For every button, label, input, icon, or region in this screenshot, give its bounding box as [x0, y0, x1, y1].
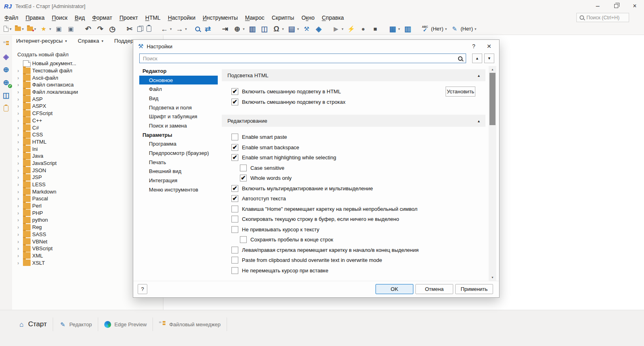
expand-chevron-icon[interactable]: › — [17, 132, 23, 137]
tab-editor[interactable]: ✎ Редактор — [53, 317, 98, 331]
settings-nav-item[interactable]: Меню инструментов — [139, 185, 218, 194]
menu-item[interactable]: HTML — [142, 12, 164, 23]
expand-chevron-icon[interactable]: › — [17, 125, 23, 130]
columns-button[interactable]: ▥ — [402, 24, 413, 34]
print-button[interactable]: ▤ — [286, 24, 300, 34]
scrollbar-thumb[interactable] — [489, 73, 495, 125]
favorites-button[interactable]: ★ — [38, 24, 53, 34]
menu-item[interactable]: Вид — [71, 12, 89, 23]
checkbox[interactable] — [231, 144, 238, 151]
ok-button[interactable]: OK — [376, 284, 413, 294]
checkbox[interactable] — [240, 175, 247, 181]
menu-item[interactable]: Макрос — [242, 12, 268, 23]
highlighter-button[interactable]: ✎ (Нет) — [449, 24, 477, 34]
menu-item[interactable]: Поиск — [48, 12, 71, 23]
expand-chevron-icon[interactable]: › — [17, 89, 23, 95]
undo-button[interactable]: ↶ — [83, 24, 94, 34]
settings-nav-item[interactable]: Основное — [139, 76, 218, 85]
dialog-help-button[interactable]: ? — [466, 40, 481, 52]
scroll-up-icon[interactable] — [489, 66, 496, 73]
expand-chevron-icon[interactable]: › — [17, 111, 23, 116]
expand-chevron-icon[interactable]: › — [17, 82, 23, 87]
spellcheck-button[interactable]: (Нет) — [419, 24, 448, 34]
checkbox[interactable] — [231, 99, 238, 105]
maximize-button[interactable] — [607, 0, 625, 12]
tab-edge-preview[interactable]: Edge Preview — [98, 317, 153, 331]
expand-chevron-icon[interactable]: › — [17, 239, 23, 244]
find-button[interactable] — [194, 24, 201, 34]
menu-item[interactable]: Файл — [1, 12, 22, 23]
expand-chevron-icon[interactable]: › — [17, 253, 23, 258]
checkbox-row[interactable]: Включить смешанную подсветку в строках — [231, 97, 473, 107]
goto-editor-button[interactable]: ⇥ — [219, 24, 231, 34]
checkbox[interactable] — [231, 226, 238, 233]
apply-button[interactable]: Применить — [455, 284, 493, 294]
checkbox[interactable] — [231, 216, 238, 222]
menu-item[interactable]: Проект — [116, 12, 142, 23]
collapse-icon[interactable]: ▴ — [478, 73, 480, 78]
collapse-icon[interactable]: ▴ — [478, 119, 480, 123]
settings-search-box[interactable] — [139, 54, 466, 63]
expand-chevron-icon[interactable]: › — [17, 75, 23, 80]
expand-chevron-icon[interactable]: › — [17, 210, 23, 216]
settings-nav-item[interactable]: Файл — [139, 84, 218, 94]
search-next-button[interactable]: ▼ — [484, 54, 494, 63]
expand-chevron-icon[interactable]: › — [17, 161, 23, 166]
expand-chevron-icon[interactable]: › — [17, 146, 23, 152]
expand-chevron-icon[interactable]: › — [17, 260, 23, 266]
checkbox[interactable] — [231, 154, 238, 161]
settings-nav-item[interactable]: Программа — [139, 140, 218, 149]
checkbox[interactable] — [231, 267, 238, 274]
settings-nav-item[interactable]: Интеграция — [139, 176, 218, 185]
menu-item[interactable]: Окно — [298, 12, 318, 23]
menu-item[interactable]: Настройки — [164, 12, 199, 23]
record-macro-button[interactable]: ● — [357, 24, 369, 34]
special-chars-button[interactable]: Ω — [271, 24, 285, 34]
menu-item[interactable]: Инструменты — [199, 12, 242, 23]
plugins-button[interactable]: ◈ — [313, 24, 324, 34]
quick-run-button[interactable]: ⚡ — [345, 24, 357, 34]
cut-button[interactable]: ✂ — [124, 24, 135, 34]
checkbox-row[interactable]: Не перемещать курсор при вставке — [231, 266, 473, 276]
open-file-button[interactable] — [14, 24, 25, 34]
expand-chevron-icon[interactable]: › — [17, 203, 23, 208]
checkbox-row[interactable]: Paste from clipboard should overwrite te… — [231, 255, 473, 266]
checkbox[interactable] — [240, 236, 247, 243]
expand-chevron-icon[interactable]: › — [17, 196, 23, 201]
web-browser-icon[interactable]: ⊕ — [0, 63, 12, 76]
expand-chevron-icon[interactable]: › — [17, 175, 23, 180]
checkbox-row[interactable]: Enable smart highlighting while selectin… — [231, 152, 473, 163]
checkbox[interactable] — [231, 206, 238, 212]
menu-item[interactable]: Скрипты — [268, 12, 298, 23]
checkbox-row[interactable]: Включить мультиредактирование и мультивы… — [231, 183, 473, 194]
browser-preview-button[interactable]: ◫ — [259, 24, 270, 34]
settings-nav-item[interactable]: Поиск и замена — [139, 121, 218, 130]
redo-button[interactable]: ↷ — [95, 24, 106, 34]
checkbox-row[interactable]: Case sensitive — [240, 163, 473, 173]
checkbox-row[interactable]: Не привязывать курсор к тексту — [231, 224, 473, 235]
expand-chevron-icon[interactable]: › — [17, 246, 23, 251]
close-button[interactable]: × — [625, 0, 644, 12]
expand-chevron-icon[interactable]: › — [17, 224, 23, 230]
menu-item[interactable]: Формат — [89, 12, 116, 23]
search-previous-button[interactable]: ▲ — [472, 54, 482, 63]
tools-button[interactable]: ⚒ — [301, 24, 312, 34]
expand-chevron-icon[interactable]: › — [17, 139, 23, 144]
expand-chevron-icon[interactable]: › — [17, 97, 23, 102]
snippets-icon[interactable]: ◈ — [0, 50, 12, 63]
open-favorite-button[interactable] — [26, 24, 37, 34]
link-internet-resources[interactable]: Интернет-ресурсы — [16, 38, 67, 44]
new-document-button[interactable] — [2, 24, 13, 34]
clipboard-icon[interactable] — [0, 102, 12, 115]
settings-nav-item[interactable]: Внешний вид — [139, 167, 218, 176]
expand-chevron-icon[interactable]: › — [17, 68, 23, 73]
code-preview-button[interactable]: ▥ — [247, 24, 258, 34]
checkbox[interactable] — [231, 195, 238, 202]
expand-chevron-icon[interactable]: › — [17, 189, 23, 194]
expand-chevron-icon[interactable]: › — [17, 232, 23, 237]
file-manager-icon[interactable] — [0, 37, 12, 50]
save-all-button[interactable]: ▣ — [65, 24, 76, 34]
form-preview-icon[interactable]: ◫ — [0, 89, 12, 102]
run-button[interactable]: ▶ — [330, 24, 345, 34]
layout-button[interactable]: ▦ — [387, 24, 401, 34]
